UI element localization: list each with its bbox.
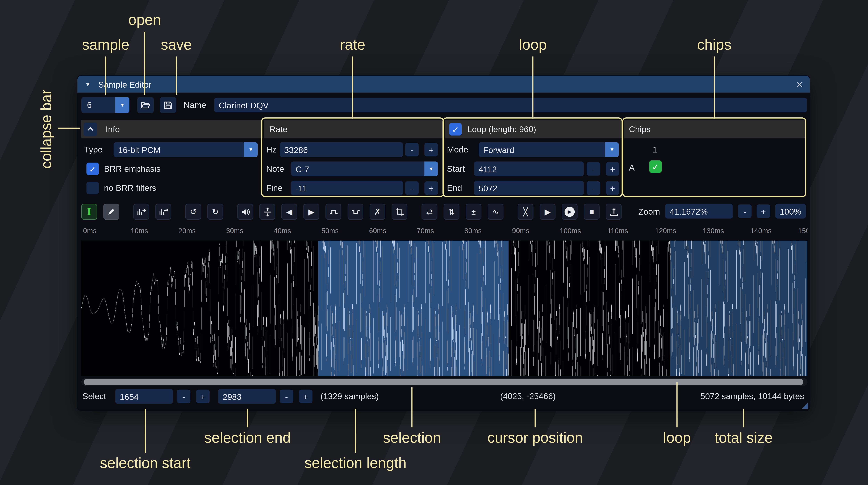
amplify-button[interactable]	[237, 204, 253, 220]
rate-section: Rate Hz - + Note C-7 ▼ Fine - +	[264, 120, 443, 196]
chips-title: Chips	[629, 120, 651, 138]
chip-enable-checkbox[interactable]: ✓	[649, 160, 662, 173]
zoom-input[interactable]	[665, 204, 733, 219]
selection-start-plus-button[interactable]: +	[196, 390, 210, 403]
reverse-button[interactable]: ⇄	[422, 204, 437, 220]
window-collapse-icon[interactable]: ▼	[85, 80, 91, 88]
edit-select-icon: I	[87, 208, 92, 216]
loop-end-plus-button[interactable]: +	[606, 181, 619, 195]
trim-button[interactable]	[392, 204, 407, 220]
invert-button[interactable]: ⇅	[443, 204, 459, 220]
loop-start-minus-button[interactable]: -	[587, 162, 600, 175]
draw-button[interactable]	[103, 204, 119, 220]
selection-end-plus-button[interactable]: +	[299, 390, 312, 403]
redo-button[interactable]: ↻	[208, 204, 223, 220]
brr-emphasis-checkbox[interactable]: ✓	[87, 163, 99, 175]
ruler-label: 40ms	[274, 227, 291, 235]
filter-button[interactable]: ∿	[488, 204, 503, 220]
loop-end-label: End	[447, 180, 462, 196]
save-button[interactable]	[160, 97, 176, 113]
loop-end-minus-button[interactable]: -	[587, 181, 600, 195]
ruler-label: 70ms	[416, 227, 434, 235]
stop-button[interactable]: ■	[584, 204, 600, 220]
ruler-label: 20ms	[179, 227, 196, 235]
annotation-selection-end: selection end	[204, 429, 291, 447]
annotation-selection: selection	[383, 429, 441, 447]
ruler-label: 30ms	[226, 227, 243, 235]
ruler-label: 100ms	[560, 227, 581, 235]
loop-start-plus-button[interactable]: +	[606, 162, 619, 175]
fine-input[interactable]	[291, 181, 403, 195]
sample-selector[interactable]: 6 ▼	[82, 97, 129, 113]
loop-end-input[interactable]	[474, 181, 584, 195]
resize-button[interactable]	[133, 204, 149, 220]
name-input[interactable]	[214, 98, 807, 112]
sign-icon: ±	[471, 208, 476, 216]
apply-silence-button[interactable]	[347, 204, 363, 220]
mode-label: Mode	[447, 142, 468, 158]
waveform-canvas[interactable]	[82, 240, 808, 376]
fine-minus-button[interactable]: -	[405, 181, 419, 195]
redo-icon: ↻	[212, 208, 219, 216]
waveform-scrollbar[interactable]	[82, 378, 808, 386]
amplify-icon	[241, 207, 250, 217]
type-dropdown[interactable]: 16-bit PCM ▼	[114, 142, 258, 157]
scrollbar-handle[interactable]	[84, 379, 803, 385]
delete-button[interactable]: ✗	[370, 204, 385, 220]
open-button[interactable]	[137, 97, 154, 113]
hz-plus-button[interactable]: +	[425, 143, 438, 157]
selection-end-input[interactable]	[218, 389, 276, 404]
undo-button[interactable]: ↺	[185, 204, 201, 220]
chip-column-label: 1	[648, 142, 662, 158]
resample-icon	[158, 207, 168, 217]
play-button[interactable]: ▶	[562, 204, 578, 220]
preview-button[interactable]: ▶	[540, 204, 556, 220]
resize-grip[interactable]	[802, 402, 808, 409]
name-label: Name	[184, 97, 206, 113]
normalize-button[interactable]	[259, 204, 275, 220]
selection-end-minus-button[interactable]: -	[280, 390, 293, 403]
fine-plus-button[interactable]: +	[425, 181, 438, 195]
insert-silence-button[interactable]	[326, 204, 341, 220]
collapse-bar-button[interactable]	[84, 123, 97, 136]
ruler-label: 10ms	[131, 227, 148, 235]
info-header: Info	[82, 120, 264, 138]
delete-icon: ✗	[374, 208, 381, 216]
selection-start-minus-button[interactable]: -	[177, 390, 190, 403]
type-label: Type	[84, 142, 102, 158]
selection-start-input[interactable]	[115, 389, 173, 404]
hz-minus-button[interactable]: -	[405, 143, 419, 157]
annotation-chips: chips	[697, 36, 732, 54]
timeline-ruler: 0ms10ms20ms30ms40ms50ms60ms70ms80ms90ms1…	[82, 224, 808, 239]
no-brr-filters-checkbox[interactable]	[87, 182, 99, 194]
fade-out-button[interactable]: ▶	[304, 204, 319, 220]
note-dropdown[interactable]: C-7 ▼	[291, 161, 438, 176]
annotation-rate: rate	[340, 36, 365, 54]
sample-selector-value: 6	[82, 97, 115, 113]
fine-label: Fine	[266, 180, 283, 196]
zoom-plus-button[interactable]: +	[757, 204, 770, 218]
edit-select-button[interactable]: I	[82, 204, 97, 220]
note-value: C-7	[291, 164, 424, 174]
loop-start-input[interactable]	[474, 161, 584, 176]
titlebar[interactable]: ▼ Sample Editor ×	[78, 76, 810, 93]
annotation-line	[534, 409, 536, 427]
chevron-down-icon: ▼	[425, 161, 438, 176]
crossfade-button[interactable]: ╳	[518, 204, 533, 220]
sign-button[interactable]: ±	[466, 204, 482, 220]
loop-mode-dropdown[interactable]: Forward ▼	[478, 142, 619, 157]
loop-start-label: Start	[447, 161, 465, 177]
annotation-selection-length: selection length	[304, 454, 406, 472]
zoom-minus-button[interactable]: -	[738, 204, 751, 218]
ruler-label: 140ms	[750, 227, 772, 235]
hz-input[interactable]	[280, 142, 403, 157]
fade-in-button[interactable]: ◀	[281, 204, 297, 220]
annotation-line	[145, 409, 146, 453]
trim-icon	[395, 207, 404, 217]
loop-header: ✓ Loop (length: 960)	[445, 120, 622, 138]
import-button[interactable]	[606, 204, 621, 220]
resample-button[interactable]	[155, 204, 171, 220]
loop-enable-checkbox[interactable]: ✓	[449, 123, 462, 136]
close-button[interactable]: ×	[796, 78, 803, 90]
zoom-reset-button[interactable]: 100%	[775, 204, 806, 219]
